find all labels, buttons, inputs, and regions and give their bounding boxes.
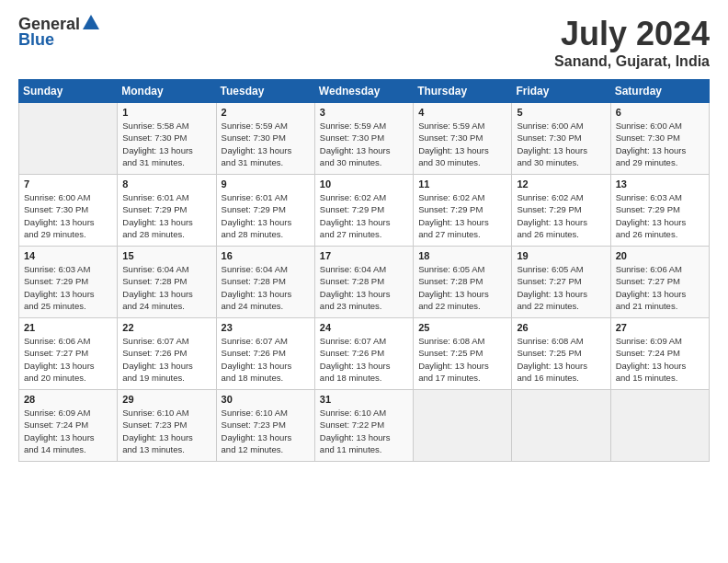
calendar-cell: 1Sunrise: 5:58 AMSunset: 7:30 PMDaylight… [118,103,216,175]
day-number: 6 [616,107,704,118]
day-number: 3 [320,107,408,118]
day-info: Sunrise: 6:00 AMSunset: 7:30 PMDaylight:… [24,191,112,240]
calendar-cell: 30Sunrise: 6:10 AMSunset: 7:23 PMDayligh… [216,390,314,462]
day-number: 12 [517,178,605,190]
calendar-cell: 18Sunrise: 6:05 AMSunset: 7:28 PMDayligh… [414,247,512,318]
logo-icon [81,13,101,33]
calendar-cell: 22Sunrise: 6:07 AMSunset: 7:26 PMDayligh… [118,318,216,390]
day-info: Sunrise: 5:58 AMSunset: 7:30 PMDaylight:… [122,120,210,168]
day-info: Sunrise: 6:01 AMSunset: 7:29 PMDaylight:… [122,191,210,240]
calendar-cell: 28Sunrise: 6:09 AMSunset: 7:24 PMDayligh… [19,390,118,462]
day-number: 27 [616,322,704,333]
day-number: 24 [320,322,408,333]
day-number: 11 [418,178,506,190]
col-thursday: Thursday [414,80,512,103]
calendar-cell: 25Sunrise: 6:08 AMSunset: 7:25 PMDayligh… [414,318,512,390]
calendar-cell: 23Sunrise: 6:07 AMSunset: 7:26 PMDayligh… [216,318,314,390]
day-number: 29 [122,394,210,405]
calendar-cell [512,390,610,462]
day-info: Sunrise: 6:01 AMSunset: 7:29 PMDaylight:… [222,191,310,240]
calendar-cell: 14Sunrise: 6:03 AMSunset: 7:29 PMDayligh… [19,247,118,318]
calendar-cell: 29Sunrise: 6:10 AMSunset: 7:23 PMDayligh… [118,390,216,462]
day-info: Sunrise: 5:59 AMSunset: 7:30 PMDaylight:… [320,120,408,168]
day-info: Sunrise: 5:59 AMSunset: 7:30 PMDaylight:… [418,120,506,168]
col-monday: Monday [118,80,216,103]
calendar-week-2: 7Sunrise: 6:00 AMSunset: 7:30 PMDaylight… [19,175,710,247]
col-saturday: Saturday [610,80,709,103]
calendar-cell: 5Sunrise: 6:00 AMSunset: 7:30 PMDaylight… [512,103,610,175]
calendar-cell: 17Sunrise: 6:04 AMSunset: 7:28 PMDayligh… [314,247,413,318]
day-info: Sunrise: 6:09 AMSunset: 7:24 PMDaylight:… [616,335,704,384]
day-number: 30 [222,394,310,405]
calendar-cell: 13Sunrise: 6:03 AMSunset: 7:29 PMDayligh… [610,175,709,247]
day-info: Sunrise: 5:59 AMSunset: 7:30 PMDaylight:… [222,120,310,168]
calendar-cell: 20Sunrise: 6:06 AMSunset: 7:27 PMDayligh… [610,247,709,318]
day-info: Sunrise: 6:00 AMSunset: 7:30 PMDaylight:… [616,120,704,168]
day-number: 17 [320,250,408,261]
day-info: Sunrise: 6:08 AMSunset: 7:25 PMDaylight:… [418,335,506,384]
day-info: Sunrise: 6:03 AMSunset: 7:29 PMDaylight:… [24,263,112,312]
day-number: 19 [517,250,605,261]
calendar-cell: 26Sunrise: 6:08 AMSunset: 7:25 PMDayligh… [512,318,610,390]
day-number: 7 [24,178,112,190]
calendar-cell [19,103,118,175]
title-block: July 2024 Sanand, Gujarat, India [554,15,710,70]
day-number: 31 [320,394,408,405]
svg-marker-0 [83,15,99,29]
day-number: 10 [320,178,408,190]
day-number: 23 [222,322,310,333]
day-number: 15 [122,250,210,261]
logo-blue: Blue [18,30,54,50]
day-info: Sunrise: 6:06 AMSunset: 7:27 PMDaylight:… [24,335,112,384]
day-info: Sunrise: 6:10 AMSunset: 7:22 PMDaylight:… [320,407,408,455]
day-number: 20 [616,250,704,261]
calendar-cell: 8Sunrise: 6:01 AMSunset: 7:29 PMDaylight… [118,175,216,247]
page-container: General Blue July 2024 Sanand, Gujarat, … [0,0,728,471]
calendar-cell: 3Sunrise: 5:59 AMSunset: 7:30 PMDaylight… [314,103,413,175]
day-number: 13 [616,178,704,190]
day-info: Sunrise: 6:02 AMSunset: 7:29 PMDaylight:… [418,191,506,240]
day-number: 9 [222,178,310,190]
calendar-week-1: 1Sunrise: 5:58 AMSunset: 7:30 PMDaylight… [19,103,710,175]
day-info: Sunrise: 6:10 AMSunset: 7:23 PMDaylight:… [222,407,310,455]
day-number: 26 [517,322,605,333]
day-number: 1 [122,107,210,118]
day-number: 8 [122,178,210,190]
logo: General Blue [18,15,101,50]
calendar-cell: 21Sunrise: 6:06 AMSunset: 7:27 PMDayligh… [19,318,118,390]
day-info: Sunrise: 6:07 AMSunset: 7:26 PMDaylight:… [122,335,210,384]
col-friday: Friday [512,80,610,103]
calendar-cell: 16Sunrise: 6:04 AMSunset: 7:28 PMDayligh… [216,247,314,318]
calendar-table: Sunday Monday Tuesday Wednesday Thursday… [18,79,710,462]
calendar-week-4: 21Sunrise: 6:06 AMSunset: 7:27 PMDayligh… [19,318,710,390]
calendar-cell: 7Sunrise: 6:00 AMSunset: 7:30 PMDaylight… [19,175,118,247]
calendar-cell [414,390,512,462]
calendar-header-row: Sunday Monday Tuesday Wednesday Thursday… [19,80,710,103]
day-info: Sunrise: 6:04 AMSunset: 7:28 PMDaylight:… [222,263,310,312]
day-info: Sunrise: 6:00 AMSunset: 7:30 PMDaylight:… [517,120,605,168]
calendar-cell: 2Sunrise: 5:59 AMSunset: 7:30 PMDaylight… [216,103,314,175]
day-info: Sunrise: 6:02 AMSunset: 7:29 PMDaylight:… [320,191,408,240]
day-number: 25 [418,322,506,333]
col-wednesday: Wednesday [314,80,413,103]
col-tuesday: Tuesday [216,80,314,103]
day-number: 4 [418,107,506,118]
day-info: Sunrise: 6:10 AMSunset: 7:23 PMDaylight:… [122,407,210,455]
day-number: 14 [24,250,112,261]
calendar-cell: 15Sunrise: 6:04 AMSunset: 7:28 PMDayligh… [118,247,216,318]
col-sunday: Sunday [19,80,118,103]
day-number: 21 [24,322,112,333]
calendar-cell: 11Sunrise: 6:02 AMSunset: 7:29 PMDayligh… [414,175,512,247]
day-info: Sunrise: 6:03 AMSunset: 7:29 PMDaylight:… [616,191,704,240]
calendar-cell: 19Sunrise: 6:05 AMSunset: 7:27 PMDayligh… [512,247,610,318]
day-info: Sunrise: 6:02 AMSunset: 7:29 PMDaylight:… [517,191,605,240]
day-info: Sunrise: 6:04 AMSunset: 7:28 PMDaylight:… [320,263,408,312]
day-info: Sunrise: 6:06 AMSunset: 7:27 PMDaylight:… [616,263,704,312]
calendar-cell: 24Sunrise: 6:07 AMSunset: 7:26 PMDayligh… [314,318,413,390]
calendar-location: Sanand, Gujarat, India [554,53,710,70]
day-number: 2 [222,107,310,118]
calendar-cell: 31Sunrise: 6:10 AMSunset: 7:22 PMDayligh… [314,390,413,462]
calendar-cell: 6Sunrise: 6:00 AMSunset: 7:30 PMDaylight… [610,103,709,175]
day-info: Sunrise: 6:08 AMSunset: 7:25 PMDaylight:… [517,335,605,384]
day-info: Sunrise: 6:04 AMSunset: 7:28 PMDaylight:… [122,263,210,312]
